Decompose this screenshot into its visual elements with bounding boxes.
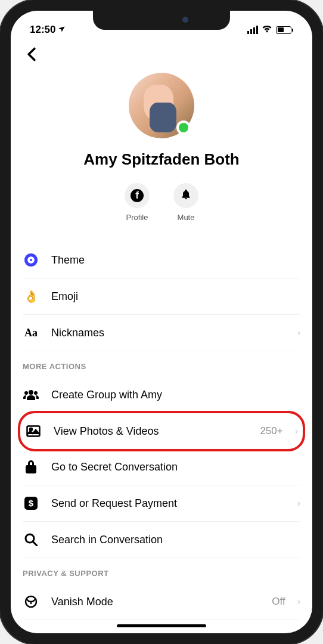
- chevron-right-icon: ›: [297, 596, 300, 607]
- action-buttons: f Profile Mute: [125, 183, 198, 222]
- highlighted-item: View Photos & Videos 250+ ›: [18, 411, 305, 451]
- settings-list: Theme 👌 Emoji Aa Nicknames › MORE ACTION…: [11, 242, 312, 633]
- facebook-icon: f: [131, 189, 144, 202]
- privacy-support-header: PRIVACY & SUPPORT: [23, 558, 300, 584]
- mute-action-button[interactable]: Mute: [173, 183, 198, 222]
- home-indicator[interactable]: [117, 624, 206, 627]
- svg-text:$: $: [29, 498, 34, 508]
- svg-point-10: [25, 633, 37, 633]
- cellular-signal-icon: [247, 26, 258, 34]
- chevron-right-icon: ›: [297, 327, 300, 338]
- svg-point-0: [29, 390, 33, 395]
- theme-label: Theme: [51, 254, 300, 267]
- ignore-icon: [23, 630, 39, 633]
- group-icon: [23, 386, 39, 403]
- location-icon: [58, 25, 66, 35]
- vanish-mode-label: Vanish Mode: [51, 596, 260, 608]
- photo-icon: [25, 423, 42, 439]
- bell-icon: [180, 188, 192, 203]
- more-actions-header: MORE ACTIONS: [23, 351, 300, 377]
- emoji-item[interactable]: 👌 Emoji: [23, 278, 300, 315]
- svg-line-8: [33, 542, 37, 546]
- theme-icon: [24, 253, 38, 267]
- svg-point-7: [26, 534, 34, 543]
- notch: [93, 11, 230, 30]
- profile-action-button[interactable]: f Profile: [125, 183, 150, 222]
- payment-label: Send or Request Payment: [51, 497, 285, 510]
- vanish-icon: [23, 593, 39, 610]
- svg-point-4: [30, 428, 32, 431]
- view-photos-count: 250+: [260, 425, 282, 437]
- nicknames-item[interactable]: Aa Nicknames ›: [23, 315, 300, 351]
- back-button[interactable]: [23, 45, 41, 63]
- nav-bar: [11, 41, 312, 68]
- text-icon: Aa: [24, 327, 38, 339]
- vanish-mode-value: Off: [272, 596, 285, 608]
- mute-action-label: Mute: [178, 213, 195, 222]
- theme-item[interactable]: Theme: [23, 242, 300, 278]
- profile-action-label: Profile: [126, 213, 148, 222]
- payment-item[interactable]: $ Send or Request Payment ›: [23, 485, 300, 522]
- status-time: 12:50: [30, 24, 55, 36]
- battery-icon: [276, 26, 293, 34]
- vanish-mode-item[interactable]: Vanish Mode Off ›: [23, 584, 300, 620]
- svg-point-2: [34, 391, 38, 395]
- create-group-label: Create Group with Amy: [51, 389, 300, 401]
- view-photos-item[interactable]: View Photos & Videos 250+ ›: [25, 413, 298, 449]
- payment-icon: $: [23, 495, 39, 512]
- wifi-icon: [262, 24, 272, 36]
- online-indicator-icon: [176, 120, 191, 135]
- screen: 12:50: [11, 11, 312, 633]
- profile-name: Amy Spitzfaden Both: [83, 150, 239, 169]
- lock-icon: [23, 459, 39, 475]
- secret-conversation-label: Go to Secret Conversation: [51, 461, 300, 473]
- search-icon: [23, 531, 39, 548]
- chevron-right-icon: ›: [295, 426, 298, 436]
- view-photos-label: View Photos & Videos: [54, 425, 248, 438]
- ok-hand-icon: 👌: [24, 289, 39, 304]
- nicknames-label: Nicknames: [51, 327, 285, 339]
- phone-frame: 12:50: [0, 0, 323, 644]
- chevron-right-icon: ›: [297, 498, 300, 509]
- emoji-label: Emoji: [51, 290, 300, 303]
- secret-conversation-item[interactable]: Go to Secret Conversation: [23, 449, 300, 485]
- ignore-messages-label: Ignore Messages: [51, 632, 300, 634]
- search-item[interactable]: Search in Conversation: [23, 522, 300, 558]
- avatar-container[interactable]: [129, 73, 194, 138]
- profile-section: Amy Spitzfaden Both f Profile Mute: [11, 68, 312, 234]
- search-label: Search in Conversation: [51, 534, 300, 546]
- create-group-item[interactable]: Create Group with Amy: [23, 377, 300, 413]
- svg-point-1: [24, 391, 28, 395]
